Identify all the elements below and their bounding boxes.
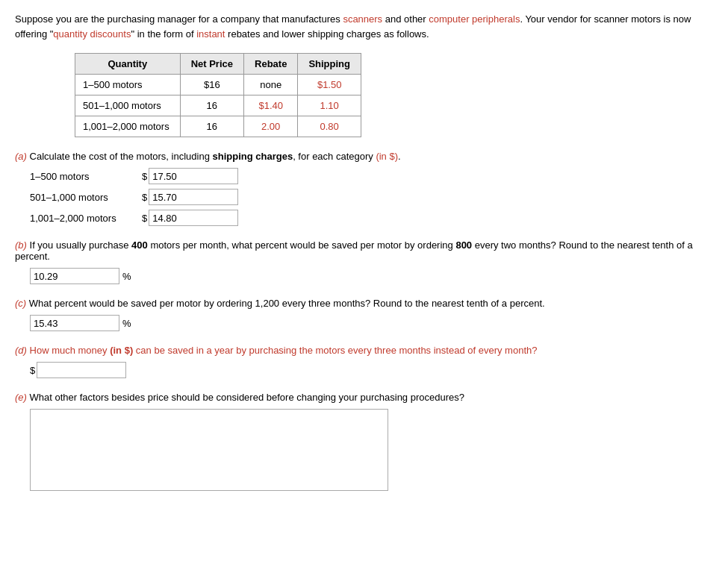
part-d-input[interactable] <box>37 362 126 378</box>
cell-quantity-2: 501–1,000 motors <box>75 95 181 116</box>
part-a-question: Calculate the cost of the motors, includ… <box>30 151 401 162</box>
part-c-answer-row: % <box>30 315 713 331</box>
part-a-row3-label: 1,001–2,000 motors <box>30 213 142 224</box>
cell-rebate-3: 2.00 <box>244 116 298 137</box>
part-a-row1-label: 1–500 motors <box>30 171 142 182</box>
part-e-question: What other factors besides price should … <box>30 392 464 403</box>
part-a-section: (a) Calculate the cost of the motors, in… <box>15 151 713 226</box>
part-a-dollar-1: $ <box>142 171 147 182</box>
part-b-input[interactable] <box>30 268 119 284</box>
part-c-percent: % <box>122 318 131 329</box>
part-b-section: (b) If you usually purchase 400 motors p… <box>15 239 713 284</box>
cell-shipping-3: 0.80 <box>298 116 361 137</box>
part-a-letter: (a) <box>15 151 27 162</box>
part-a-row-1: 1–500 motors $ <box>30 168 713 184</box>
part-a-row-2: 501–1,000 motors $ <box>30 189 713 205</box>
part-c-input[interactable] <box>30 315 119 331</box>
part-b-question: If you usually purchase 400 motors per m… <box>15 239 693 262</box>
part-d-label: (d) How much money (in $) can be saved i… <box>15 345 713 356</box>
part-c-label: (c) What percent would be saved per moto… <box>15 298 713 309</box>
cell-rebate-2: $1.40 <box>244 95 298 116</box>
part-d-question: How much money (in $) can be saved in a … <box>30 345 538 356</box>
part-d-letter: (d) <box>15 345 27 356</box>
part-d-section: (d) How much money (in $) can be saved i… <box>15 345 713 378</box>
part-d-dollar-sign: $ <box>30 365 35 376</box>
part-a-dollar-2: $ <box>142 192 147 203</box>
col-header-shipping: Shipping <box>298 54 361 75</box>
part-b-percent: % <box>122 271 131 282</box>
cell-rebate-1: none <box>244 75 298 95</box>
cell-shipping-2: 1.10 <box>298 95 361 116</box>
cell-shipping-1: $1.50 <box>298 75 361 95</box>
cell-quantity-3: 1,001–2,000 motors <box>75 116 181 137</box>
part-a-input-1[interactable] <box>149 168 238 184</box>
part-c-letter: (c) <box>15 298 26 309</box>
col-header-rebate: Rebate <box>244 54 298 75</box>
intro-text: Suppose you are the purchasing manager f… <box>15 12 713 41</box>
cell-net-price-2: 16 <box>180 95 243 116</box>
part-a-dollar-3: $ <box>142 213 147 224</box>
part-e-textarea[interactable] <box>30 409 388 491</box>
part-e-section: (e) What other factors besides price sho… <box>15 392 713 491</box>
cell-net-price-3: 16 <box>180 116 243 137</box>
part-e-label: (e) What other factors besides price sho… <box>15 392 713 403</box>
col-header-net-price: Net Price <box>180 54 243 75</box>
part-a-row-3: 1,001–2,000 motors $ <box>30 210 713 226</box>
cell-net-price-1: $16 <box>180 75 243 95</box>
table-row: 1–500 motors $16 none $1.50 <box>75 75 361 95</box>
part-a-row2-label: 501–1,000 motors <box>30 192 142 203</box>
part-d-answer-row: $ <box>30 362 713 378</box>
part-e-letter: (e) <box>15 392 27 403</box>
cell-quantity-1: 1–500 motors <box>75 75 181 95</box>
pricing-table: Quantity Net Price Rebate Shipping 1–500… <box>75 53 361 137</box>
part-b-answer-row: % <box>30 268 713 284</box>
part-a-label: (a) Calculate the cost of the motors, in… <box>15 151 713 162</box>
col-header-quantity: Quantity <box>75 54 181 75</box>
part-a-input-2[interactable] <box>149 189 238 205</box>
part-b-letter: (b) <box>15 239 27 251</box>
table-row: 501–1,000 motors 16 $1.40 1.10 <box>75 95 361 116</box>
part-c-section: (c) What percent would be saved per moto… <box>15 298 713 331</box>
part-c-question: What percent would be saved per motor by… <box>29 298 545 309</box>
part-a-input-3[interactable] <box>149 210 238 226</box>
part-b-label: (b) If you usually purchase 400 motors p… <box>15 239 713 262</box>
table-row: 1,001–2,000 motors 16 2.00 0.80 <box>75 116 361 137</box>
